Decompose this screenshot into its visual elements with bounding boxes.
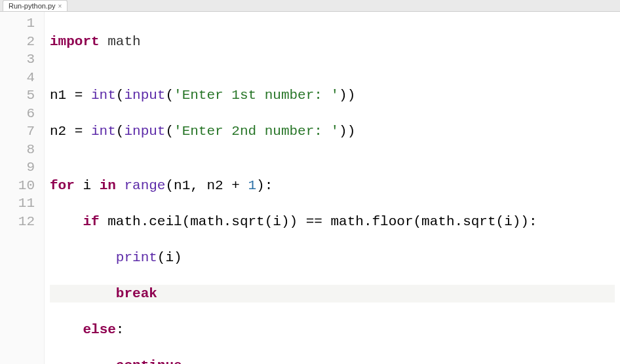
code-line: import math (50, 33, 615, 51)
code-line: n2 = int(input('Enter 2nd number: ')) (50, 122, 615, 141)
editor-tab[interactable]: Run-python.py × (3, 0, 68, 11)
code-line: for i in range(n1, n2 + 1): (50, 177, 615, 195)
line-number: 7 (0, 122, 35, 141)
code-line: n1 = int(input('Enter 1st number: ')) (50, 86, 615, 105)
code-line: print(i) (50, 249, 615, 267)
code-line: break (50, 285, 615, 303)
line-number: 8 (0, 141, 35, 159)
line-number: 1 (0, 14, 35, 33)
code-editor[interactable]: 1 2 3 4 5 6 7 8 9 10 11 12 import math n… (0, 12, 620, 364)
close-icon[interactable]: × (58, 3, 62, 10)
editor-tab-bar: Run-python.py × (0, 0, 620, 12)
line-number: 5 (0, 86, 35, 105)
line-number: 6 (0, 105, 35, 123)
code-line: continue (50, 357, 615, 365)
code-body[interactable]: import math n1 = int(input('Enter 1st nu… (45, 12, 620, 364)
line-number: 3 (0, 50, 35, 69)
line-number: 10 (0, 177, 35, 195)
editor-tab-label: Run-python.py (9, 2, 56, 10)
line-gutter: 1 2 3 4 5 6 7 8 9 10 11 12 (0, 12, 45, 364)
line-number: 11 (0, 194, 35, 213)
line-number: 9 (0, 158, 35, 177)
line-number: 2 (0, 33, 35, 51)
code-line: if math.ceil(math.sqrt(i)) == math.floor… (50, 213, 615, 231)
code-line: else: (50, 321, 615, 339)
line-number: 12 (0, 213, 35, 231)
line-number: 4 (0, 69, 35, 87)
